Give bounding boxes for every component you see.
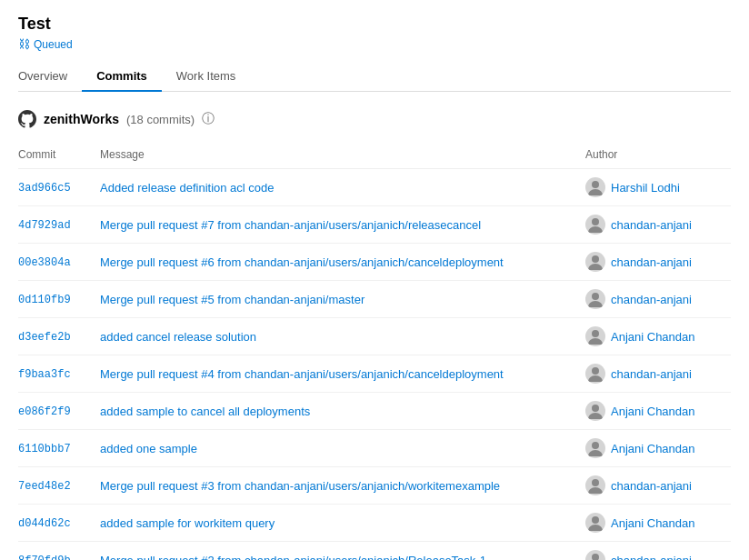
author-name[interactable]: chandan-anjani — [611, 554, 692, 561]
table-row: d3eefe2badded cancel release solution An… — [18, 318, 731, 355]
table-row: e086f2f9added sample to cancel all deplo… — [18, 393, 731, 430]
table-row: 4d7929adMerge pull request #7 from chand… — [18, 206, 731, 244]
author-name[interactable]: chandan-anjani — [611, 293, 692, 306]
commit-hash[interactable]: d3eefe2b — [18, 331, 71, 344]
commit-hash[interactable]: 00e3804a — [18, 256, 71, 269]
author-name[interactable]: Anjani Chandan — [611, 516, 695, 530]
commit-hash[interactable]: d044d62c — [18, 517, 71, 530]
commit-hash[interactable]: 0d110fb9 — [18, 294, 71, 306]
svg-point-6 — [592, 405, 599, 412]
svg-point-5 — [592, 367, 599, 375]
author-name[interactable]: Anjani Chandan — [611, 405, 695, 418]
commit-hash[interactable]: f9baa3fc — [18, 368, 71, 381]
author-name[interactable]: chandan-anjani — [611, 367, 692, 381]
author-name[interactable]: Harshil Lodhi — [611, 181, 680, 195]
commits-table: Commit Message Author 3ad966c5Added rele… — [18, 143, 731, 560]
svg-point-10 — [592, 554, 599, 560]
commit-message[interactable]: Merge pull request #4 from chandan-anjan… — [100, 367, 504, 381]
commit-message[interactable]: added sample to cancel all deployments — [100, 405, 310, 418]
svg-point-3 — [592, 293, 599, 300]
commit-hash[interactable]: 6110bbb7 — [18, 443, 71, 455]
github-icon — [18, 110, 36, 128]
table-row: 7eed48e2Merge pull request #3 from chand… — [18, 467, 731, 505]
avatar — [585, 326, 605, 346]
author-name[interactable]: chandan-anjani — [611, 218, 692, 232]
commit-hash[interactable]: 7eed48e2 — [18, 480, 71, 493]
avatar — [585, 289, 605, 309]
author-cell: chandan-anjani — [585, 252, 724, 272]
avatar — [585, 252, 605, 272]
commit-message[interactable]: added cancel release solution — [100, 330, 256, 344]
avatar — [585, 550, 605, 560]
avatar — [585, 364, 605, 384]
author-cell: chandan-anjani — [585, 550, 724, 560]
author-cell: Harshil Lodhi — [585, 177, 724, 197]
avatar — [585, 513, 605, 533]
table-row: d044d62cadded sample for workitem query … — [18, 505, 731, 542]
col-header-commit: Commit — [18, 143, 100, 169]
tab-overview[interactable]: Overview — [18, 62, 82, 92]
tab-commits[interactable]: Commits — [82, 62, 162, 92]
author-cell: Anjani Chandan — [585, 401, 724, 421]
repo-name: zenithWorks — [44, 112, 119, 126]
svg-point-4 — [592, 330, 599, 337]
commit-message[interactable]: Merge pull request #3 from chandan-anjan… — [100, 479, 500, 493]
author-cell: chandan-anjani — [585, 215, 724, 235]
table-row: 8f70fd9bMerge pull request #2 from chand… — [18, 542, 731, 561]
commit-message[interactable]: added one sample — [100, 442, 197, 455]
author-cell: Anjani Chandan — [585, 438, 724, 458]
info-icon[interactable]: ⓘ — [202, 111, 215, 127]
queue-icon: ⛓ — [18, 37, 30, 51]
author-name[interactable]: Anjani Chandan — [611, 442, 695, 455]
author-cell: Anjani Chandan — [585, 513, 724, 533]
author-name[interactable]: Anjani Chandan — [611, 330, 695, 344]
author-cell: chandan-anjani — [585, 475, 724, 495]
commit-message[interactable]: Merge pull request #6 from chandan-anjan… — [100, 255, 504, 269]
repo-header: zenithWorks (18 commits) ⓘ — [18, 110, 731, 128]
commit-hash[interactable]: 4d7929ad — [18, 219, 71, 232]
commit-message[interactable]: Merge pull request #7 from chandan-anjan… — [100, 218, 481, 232]
tabs-nav: Overview Commits Work Items — [18, 62, 731, 92]
commit-message[interactable]: Added release definition acl code — [100, 181, 275, 195]
commit-hash[interactable]: 3ad966c5 — [18, 182, 71, 195]
commit-message[interactable]: Merge pull request #2 from chandan-anjan… — [100, 554, 486, 561]
commit-count: (18 commits) — [126, 113, 195, 126]
svg-point-9 — [592, 516, 599, 524]
page-title: Test — [18, 15, 731, 34]
svg-point-1 — [592, 218, 599, 225]
commit-message[interactable]: Merge pull request #5 from chandan-anjan… — [100, 293, 365, 306]
avatar — [585, 401, 605, 421]
tab-work-items[interactable]: Work Items — [162, 62, 251, 92]
table-row: 6110bbb7added one sample Anjani Chandan — [18, 430, 731, 467]
svg-point-7 — [592, 442, 599, 449]
avatar — [585, 215, 605, 235]
author-name[interactable]: chandan-anjani — [611, 255, 692, 269]
table-row: f9baa3fcMerge pull request #4 from chand… — [18, 355, 731, 393]
table-row: 00e3804aMerge pull request #6 from chand… — [18, 244, 731, 281]
svg-point-0 — [592, 181, 599, 188]
col-header-author: Author — [585, 143, 731, 169]
commit-hash[interactable]: 8f70fd9b — [18, 555, 71, 560]
avatar — [585, 438, 605, 458]
queued-badge[interactable]: ⛓ Queued — [18, 37, 73, 51]
avatar — [585, 475, 605, 495]
col-header-message: Message — [100, 143, 585, 169]
author-cell: chandan-anjani — [585, 289, 724, 309]
svg-point-2 — [592, 255, 599, 263]
svg-point-8 — [592, 479, 599, 486]
commit-hash[interactable]: e086f2f9 — [18, 405, 71, 418]
table-row: 0d110fb9Merge pull request #5 from chand… — [18, 281, 731, 318]
author-cell: chandan-anjani — [585, 364, 724, 384]
author-cell: Anjani Chandan — [585, 326, 724, 346]
avatar — [585, 177, 605, 197]
status-text: Queued — [34, 38, 73, 51]
author-name[interactable]: chandan-anjani — [611, 479, 692, 493]
commit-message[interactable]: added sample for workitem query — [100, 516, 275, 530]
table-row: 3ad966c5Added release definition acl cod… — [18, 169, 731, 206]
